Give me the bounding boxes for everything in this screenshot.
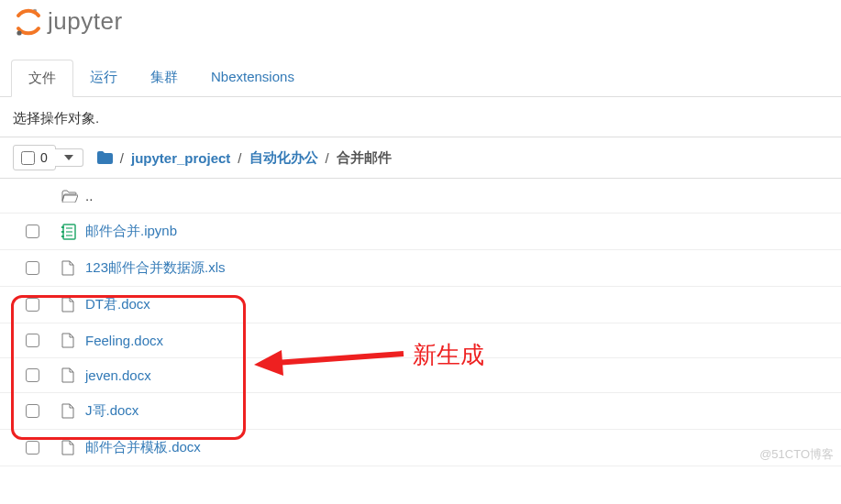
tab-running[interactable]: 运行	[73, 60, 134, 96]
tab-nbextensions[interactable]: Nbextensions	[194, 60, 311, 96]
file-list: .. 邮件合并.ipynb 123邮件合并数据源.xls DT君.docx Fe…	[0, 179, 841, 466]
list-item[interactable]: Feeling.docx	[0, 323, 841, 358]
parent-dir-link[interactable]: ..	[85, 188, 93, 203]
list-item[interactable]: 邮件合并模板.docx	[0, 430, 841, 466]
folder-open-icon	[61, 190, 78, 203]
svg-rect-4	[61, 231, 64, 233]
jupyter-logo[interactable]: jupyter	[15, 7, 123, 36]
file-icon	[61, 403, 78, 419]
header: jupyter	[0, 0, 841, 43]
list-item[interactable]: 123邮件合并数据源.xls	[0, 250, 841, 287]
caret-down-icon	[64, 154, 73, 161]
file-link[interactable]: 邮件合并.ipynb	[85, 223, 177, 240]
breadcrumb-current: 合并邮件	[337, 149, 392, 167]
file-icon	[61, 333, 78, 348]
breadcrumb-link-1[interactable]: jupyter_project	[131, 150, 230, 166]
breadcrumb-sep: /	[238, 150, 241, 166]
notebook-icon	[61, 224, 78, 240]
svg-rect-5	[61, 236, 64, 237]
selected-count: 0	[40, 150, 48, 165]
list-item[interactable]: DT君.docx	[0, 287, 841, 323]
row-checkbox[interactable]	[26, 261, 39, 275]
row-checkbox[interactable]	[26, 404, 39, 418]
file-icon	[61, 297, 78, 312]
file-link[interactable]: 123邮件合并数据源.xls	[85, 259, 226, 277]
file-link[interactable]: jeven.docx	[85, 367, 151, 383]
subheader: 选择操作对象.	[0, 97, 841, 137]
file-icon	[61, 440, 78, 455]
file-icon	[61, 260, 78, 276]
breadcrumb: / jupyter_project / 自动化办公 / 合并邮件	[96, 149, 392, 167]
svg-point-1	[17, 30, 21, 35]
tab-files[interactable]: 文件	[11, 60, 73, 97]
row-checkbox[interactable]	[26, 334, 39, 347]
list-item[interactable]: J哥.docx	[0, 393, 841, 430]
breadcrumb-sep: /	[326, 150, 329, 166]
svg-rect-3	[61, 226, 64, 228]
list-item[interactable]: jeven.docx	[0, 358, 841, 393]
folder-icon[interactable]	[96, 151, 113, 164]
select-dropdown-button[interactable]	[55, 148, 83, 167]
breadcrumb-sep: /	[120, 150, 124, 166]
select-all-button[interactable]: 0	[13, 145, 56, 170]
tab-clusters[interactable]: 集群	[134, 60, 194, 96]
file-icon	[61, 367, 78, 383]
file-link[interactable]: J哥.docx	[85, 402, 138, 420]
list-item[interactable]: 邮件合并.ipynb	[0, 214, 841, 250]
file-link[interactable]: DT君.docx	[85, 296, 150, 313]
jupyter-icon	[15, 8, 42, 36]
list-item-parent[interactable]: ..	[0, 179, 841, 214]
logo-text: jupyter	[48, 7, 123, 36]
toolbar: 0 / jupyter_project / 自动化办公 / 合并邮件	[0, 137, 841, 179]
file-link[interactable]: 邮件合并模板.docx	[85, 439, 201, 456]
row-checkbox[interactable]	[26, 441, 39, 455]
row-checkbox[interactable]	[26, 225, 39, 238]
row-checkbox[interactable]	[26, 368, 39, 382]
select-all-checkbox[interactable]	[21, 151, 35, 165]
row-checkbox[interactable]	[26, 298, 39, 312]
tabs: 文件 运行 集群 Nbextensions	[0, 60, 841, 97]
file-link[interactable]: Feeling.docx	[85, 333, 163, 348]
breadcrumb-link-2[interactable]: 自动化办公	[249, 149, 318, 167]
